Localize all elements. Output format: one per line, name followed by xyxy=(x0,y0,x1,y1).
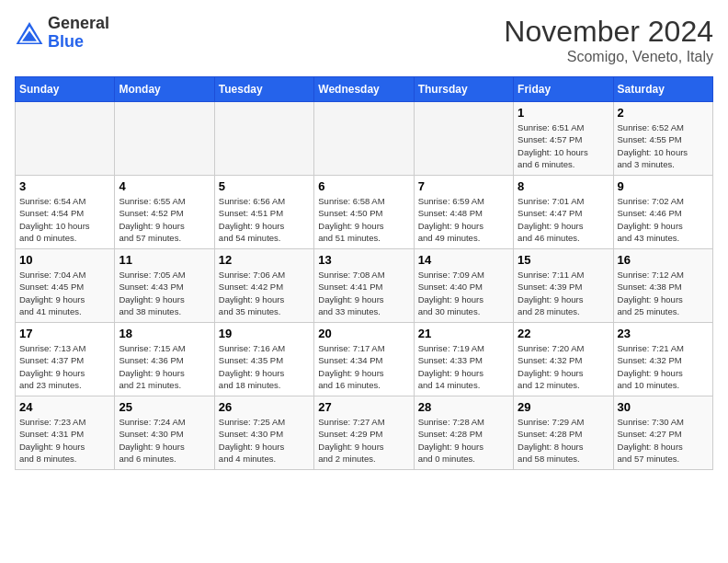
day-number: 19 xyxy=(219,327,310,340)
calendar-week-3: 10Sunrise: 7:04 AM Sunset: 4:45 PM Dayli… xyxy=(16,249,713,323)
calendar-body: 1Sunrise: 6:51 AM Sunset: 4:57 PM Daylig… xyxy=(16,102,713,470)
calendar-cell: 18Sunrise: 7:15 AM Sunset: 4:36 PM Dayli… xyxy=(115,323,214,396)
weekday-header-saturday: Saturday xyxy=(613,77,712,102)
weekday-header-monday: Monday xyxy=(115,77,214,102)
calendar-cell xyxy=(314,102,414,176)
day-info: Sunrise: 7:23 AM Sunset: 4:31 PM Dayligh… xyxy=(19,416,110,465)
day-number: 10 xyxy=(19,253,110,267)
calendar-cell: 19Sunrise: 7:16 AM Sunset: 4:35 PM Dayli… xyxy=(214,323,313,396)
day-number: 20 xyxy=(318,327,409,340)
calendar-cell: 7Sunrise: 6:59 AM Sunset: 4:48 PM Daylig… xyxy=(414,176,513,249)
day-number: 6 xyxy=(318,179,409,193)
day-number: 14 xyxy=(418,253,509,267)
day-number: 11 xyxy=(119,253,210,267)
location-subtitle: Scomigo, Veneto, Italy xyxy=(504,49,713,65)
day-info: Sunrise: 7:17 AM Sunset: 4:34 PM Dayligh… xyxy=(318,342,409,391)
calendar-week-4: 17Sunrise: 7:13 AM Sunset: 4:37 PM Dayli… xyxy=(16,323,713,396)
calendar-cell: 1Sunrise: 6:51 AM Sunset: 4:57 PM Daylig… xyxy=(514,102,613,176)
day-number: 27 xyxy=(318,400,409,414)
calendar-cell: 22Sunrise: 7:20 AM Sunset: 4:32 PM Dayli… xyxy=(514,323,613,396)
day-info: Sunrise: 7:06 AM Sunset: 4:42 PM Dayligh… xyxy=(219,269,310,317)
calendar-cell xyxy=(414,102,513,176)
calendar-week-1: 1Sunrise: 6:51 AM Sunset: 4:57 PM Daylig… xyxy=(16,102,713,176)
day-number: 24 xyxy=(19,400,110,414)
day-number: 18 xyxy=(119,327,210,340)
month-title: November 2024 xyxy=(504,15,713,49)
day-info: Sunrise: 6:51 AM Sunset: 4:57 PM Dayligh… xyxy=(518,121,609,170)
calendar-week-2: 3Sunrise: 6:54 AM Sunset: 4:54 PM Daylig… xyxy=(16,176,713,249)
day-info: Sunrise: 7:13 AM Sunset: 4:37 PM Dayligh… xyxy=(19,342,110,391)
day-number: 26 xyxy=(219,400,310,414)
calendar-header: SundayMondayTuesdayWednesdayThursdayFrid… xyxy=(16,77,713,102)
day-number: 5 xyxy=(219,179,310,193)
logo: General Blue xyxy=(15,15,109,52)
day-info: Sunrise: 6:52 AM Sunset: 4:55 PM Dayligh… xyxy=(618,121,709,170)
day-info: Sunrise: 7:04 AM Sunset: 4:45 PM Dayligh… xyxy=(19,269,110,317)
calendar-cell: 29Sunrise: 7:29 AM Sunset: 4:28 PM Dayli… xyxy=(514,396,613,470)
calendar-cell: 25Sunrise: 7:24 AM Sunset: 4:30 PM Dayli… xyxy=(115,396,214,470)
day-number: 12 xyxy=(219,253,310,267)
day-info: Sunrise: 7:02 AM Sunset: 4:46 PM Dayligh… xyxy=(618,195,709,244)
logo-text: General Blue xyxy=(48,15,109,52)
day-info: Sunrise: 6:55 AM Sunset: 4:52 PM Dayligh… xyxy=(119,195,210,244)
calendar-cell: 17Sunrise: 7:13 AM Sunset: 4:37 PM Dayli… xyxy=(16,323,115,396)
calendar-cell: 28Sunrise: 7:28 AM Sunset: 4:28 PM Dayli… xyxy=(414,396,513,470)
day-number: 7 xyxy=(418,179,509,193)
calendar-cell: 30Sunrise: 7:30 AM Sunset: 4:27 PM Dayli… xyxy=(613,396,712,470)
calendar-cell: 21Sunrise: 7:19 AM Sunset: 4:33 PM Dayli… xyxy=(414,323,513,396)
calendar-cell: 6Sunrise: 6:58 AM Sunset: 4:50 PM Daylig… xyxy=(314,176,414,249)
weekday-header-wednesday: Wednesday xyxy=(314,77,414,102)
day-info: Sunrise: 7:09 AM Sunset: 4:40 PM Dayligh… xyxy=(418,269,509,317)
day-number: 1 xyxy=(518,106,609,120)
calendar-cell: 12Sunrise: 7:06 AM Sunset: 4:42 PM Dayli… xyxy=(214,249,313,323)
day-number: 4 xyxy=(119,179,210,193)
day-number: 9 xyxy=(618,179,709,193)
day-info: Sunrise: 7:08 AM Sunset: 4:41 PM Dayligh… xyxy=(318,269,409,317)
day-info: Sunrise: 6:58 AM Sunset: 4:50 PM Dayligh… xyxy=(318,195,409,244)
calendar-cell: 13Sunrise: 7:08 AM Sunset: 4:41 PM Dayli… xyxy=(314,249,414,323)
calendar-cell: 26Sunrise: 7:25 AM Sunset: 4:30 PM Dayli… xyxy=(214,396,313,470)
day-info: Sunrise: 7:11 AM Sunset: 4:39 PM Dayligh… xyxy=(518,269,609,317)
weekday-header-thursday: Thursday xyxy=(414,77,513,102)
calendar-cell xyxy=(115,102,214,176)
day-info: Sunrise: 6:59 AM Sunset: 4:48 PM Dayligh… xyxy=(418,195,509,244)
calendar-cell: 20Sunrise: 7:17 AM Sunset: 4:34 PM Dayli… xyxy=(314,323,414,396)
calendar-cell: 8Sunrise: 7:01 AM Sunset: 4:47 PM Daylig… xyxy=(514,176,613,249)
day-info: Sunrise: 7:19 AM Sunset: 4:33 PM Dayligh… xyxy=(418,342,509,391)
day-info: Sunrise: 7:20 AM Sunset: 4:32 PM Dayligh… xyxy=(518,342,609,391)
day-number: 13 xyxy=(318,253,409,267)
calendar-cell: 14Sunrise: 7:09 AM Sunset: 4:40 PM Dayli… xyxy=(414,249,513,323)
day-number: 15 xyxy=(518,253,609,267)
day-number: 25 xyxy=(119,400,210,414)
calendar-cell: 27Sunrise: 7:27 AM Sunset: 4:29 PM Dayli… xyxy=(314,396,414,470)
day-info: Sunrise: 7:16 AM Sunset: 4:35 PM Dayligh… xyxy=(219,342,310,391)
calendar-cell: 2Sunrise: 6:52 AM Sunset: 4:55 PM Daylig… xyxy=(613,102,712,176)
day-number: 30 xyxy=(618,400,709,414)
day-info: Sunrise: 7:24 AM Sunset: 4:30 PM Dayligh… xyxy=(119,416,210,465)
calendar-cell: 11Sunrise: 7:05 AM Sunset: 4:43 PM Dayli… xyxy=(115,249,214,323)
day-info: Sunrise: 7:01 AM Sunset: 4:47 PM Dayligh… xyxy=(518,195,609,244)
weekday-header-tuesday: Tuesday xyxy=(214,77,313,102)
calendar-cell: 9Sunrise: 7:02 AM Sunset: 4:46 PM Daylig… xyxy=(613,176,712,249)
day-info: Sunrise: 7:25 AM Sunset: 4:30 PM Dayligh… xyxy=(219,416,310,465)
calendar-week-5: 24Sunrise: 7:23 AM Sunset: 4:31 PM Dayli… xyxy=(16,396,713,470)
calendar-cell: 23Sunrise: 7:21 AM Sunset: 4:32 PM Dayli… xyxy=(613,323,712,396)
day-info: Sunrise: 7:29 AM Sunset: 4:28 PM Dayligh… xyxy=(518,416,609,465)
calendar-table: SundayMondayTuesdayWednesdayThursdayFrid… xyxy=(15,76,713,470)
day-info: Sunrise: 6:56 AM Sunset: 4:51 PM Dayligh… xyxy=(219,195,310,244)
calendar-cell: 4Sunrise: 6:55 AM Sunset: 4:52 PM Daylig… xyxy=(115,176,214,249)
title-area: November 2024 Scomigo, Veneto, Italy xyxy=(504,15,713,65)
day-number: 29 xyxy=(518,400,609,414)
calendar-cell: 5Sunrise: 6:56 AM Sunset: 4:51 PM Daylig… xyxy=(214,176,313,249)
day-info: Sunrise: 6:54 AM Sunset: 4:54 PM Dayligh… xyxy=(19,195,110,244)
calendar-cell: 16Sunrise: 7:12 AM Sunset: 4:38 PM Dayli… xyxy=(613,249,712,323)
day-number: 22 xyxy=(518,327,609,340)
weekday-header-sunday: Sunday xyxy=(16,77,115,102)
day-number: 3 xyxy=(19,179,110,193)
calendar-cell: 10Sunrise: 7:04 AM Sunset: 4:45 PM Dayli… xyxy=(16,249,115,323)
calendar-cell: 3Sunrise: 6:54 AM Sunset: 4:54 PM Daylig… xyxy=(16,176,115,249)
day-info: Sunrise: 7:21 AM Sunset: 4:32 PM Dayligh… xyxy=(618,342,709,391)
day-info: Sunrise: 7:27 AM Sunset: 4:29 PM Dayligh… xyxy=(318,416,409,465)
day-number: 21 xyxy=(418,327,509,340)
logo-icon xyxy=(15,20,44,46)
